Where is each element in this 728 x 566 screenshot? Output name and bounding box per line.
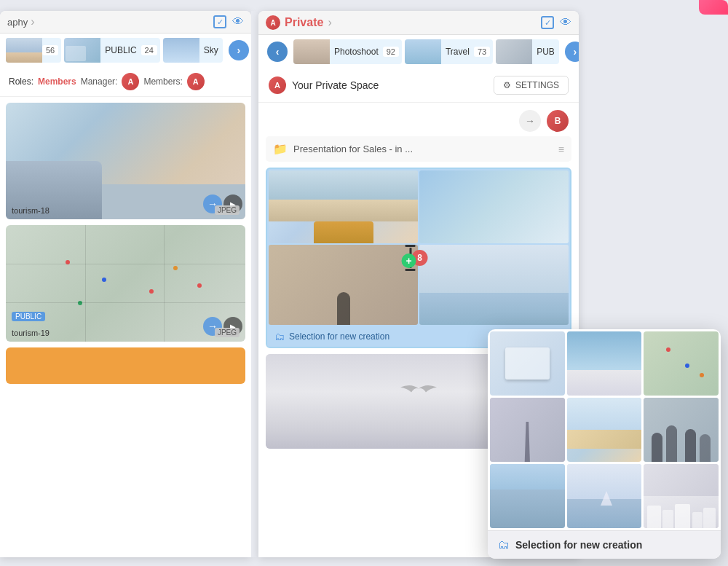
popup-cell-sailboat[interactable] [567, 464, 642, 528]
right-check-icon[interactable]: ✓ [541, 16, 554, 29]
right-breadcrumb-chevron: › [328, 16, 331, 29]
right-tab-photoshoot[interactable]: Photoshoot 92 [293, 39, 402, 64]
left-roles-bar: Roles: Members Manager: A Members: A [0, 67, 251, 97]
left-img1-badge: JPEG [215, 205, 240, 215]
left-img2-label: tourism-19 [12, 329, 50, 337]
left-tab-3-label: Sky [199, 45, 223, 55]
left-members-label: Members: [143, 76, 182, 87]
right-nav-prev[interactable]: ‹ [267, 42, 288, 62]
right-nav-next[interactable]: › [565, 42, 579, 62]
left-tab-3[interactable]: Sky [163, 38, 223, 63]
left-panel-header: aphy › ✓ 👁 [0, 11, 251, 34]
popup-cell-city-crowd[interactable] [644, 398, 719, 462]
left-eye-icon[interactable]: 👁 [232, 15, 244, 28]
right-tabs-bar: ‹ Photoshoot 92 Travel 73 PUB › [258, 35, 579, 68]
share-icon-btn[interactable]: → [519, 110, 541, 132]
left-roles-label: Roles: [9, 76, 33, 87]
left-nav-next[interactable]: › [229, 40, 249, 60]
left-image-card-2[interactable]: → ▶ tourism-19 JPEG PUBLIC [6, 225, 245, 342]
left-manager-avatar: A [122, 73, 139, 90]
left-tab-1-count: 56 [42, 45, 58, 55]
left-manager-label: Manager: [81, 76, 118, 87]
left-image-card-1[interactable]: → ▶ tourism-18 JPEG [6, 103, 245, 219]
popup-cell-sea[interactable] [490, 464, 565, 528]
right-tab-travel[interactable]: Travel 73 [405, 39, 493, 64]
collage-card[interactable]: + 8 🗂 Selection for new creation [266, 168, 571, 348]
right-tab-pub[interactable]: PUB [496, 39, 559, 64]
left-panel-icons: ✓ 👁 [213, 15, 244, 28]
left-tab-1[interactable]: 56 [6, 38, 61, 63]
settings-label: SETTINGS [515, 80, 559, 90]
left-panel: aphy › ✓ 👁 56 PUBL [0, 11, 251, 557]
collage-cell-boats [419, 245, 569, 325]
right-tab-travel-thumb [405, 39, 441, 64]
popup-image-grid [488, 329, 721, 530]
cursor-area: + [410, 248, 412, 268]
right-tab-photoshoot-label: Photoshoot [330, 47, 383, 57]
right-tab-photoshoot-count: 92 [383, 47, 399, 57]
left-img2-public-badge: PUBLIC [12, 312, 45, 321]
popup-footer-icon: 🗂 [498, 538, 510, 551]
left-tab-2-label: PUBLIC [100, 45, 141, 55]
collage-selection-label: Selection for new creation [289, 331, 389, 342]
popup-cell-eiffel[interactable] [490, 398, 565, 462]
left-tab-1-thumb [6, 38, 42, 63]
left-breadcrumb-text: aphy [7, 17, 28, 28]
popup-cell-beach-umbrella[interactable] [567, 398, 642, 462]
popup-panel: 🗂 Selection for new creation [488, 329, 721, 559]
popup-cell-map[interactable] [644, 331, 719, 396]
popup-cell-laptop[interactable] [490, 331, 565, 396]
left-check-icon[interactable]: ✓ [213, 15, 226, 28]
plus-badge: + [402, 253, 416, 268]
settings-button[interactable]: ⚙ SETTINGS [494, 76, 569, 95]
settings-gear-icon: ⚙ [503, 80, 511, 90]
left-img1-label: tourism-18 [12, 206, 50, 215]
right-panel-header: A Private › ✓ 👁 [258, 11, 579, 35]
popup-footer-text: Selection for new creation [515, 539, 642, 551]
top-decoration [699, 0, 728, 15]
presentation-text: Presentation for Sales - in ... [293, 144, 553, 154]
left-member-avatar: A [187, 73, 205, 90]
right-tab-travel-count: 73 [474, 47, 490, 57]
your-space-label: Your Private Space [292, 79, 379, 91]
presentation-list-icon: ≡ [558, 144, 564, 155]
collage-folder-icon: 🗂 [274, 331, 285, 342]
popup-cell-white-city[interactable] [644, 464, 719, 528]
right-panel-icons: ✓ 👁 [541, 16, 571, 29]
user-icon-badge: B [547, 110, 569, 132]
panel-divider [251, 11, 258, 557]
collage-cell-market [269, 245, 418, 325]
right-tab-pub-label: PUB [532, 47, 559, 57]
collage-cell-beach [269, 170, 418, 243]
your-space-bar: A Your Private Space ⚙ SETTINGS [258, 68, 579, 103]
left-breadcrumb-chevron: › [31, 15, 34, 28]
left-tab-2[interactable]: PUBLIC 24 [64, 38, 160, 63]
right-tab-travel-label: Travel [441, 47, 474, 57]
right-eye-icon[interactable]: 👁 [560, 16, 571, 29]
left-tab-2-count: 24 [141, 45, 157, 55]
right-space-avatar: A [269, 76, 286, 94]
collage-overlay: + 8 [410, 248, 428, 268]
left-images-grid: → ▶ tourism-18 JPEG → [0, 97, 251, 549]
right-header-avatar: A [266, 15, 280, 30]
right-tab-photoshoot-thumb [293, 39, 330, 64]
share-icon: → [525, 115, 535, 127]
left-tab-2-thumb [64, 38, 100, 63]
right-private-label: Private [285, 16, 323, 29]
left-orange-card[interactable] [6, 347, 245, 384]
presentation-item[interactable]: 📁 Presentation for Sales - in ... ≡ [266, 136, 571, 162]
left-tab-3-thumb [163, 38, 199, 63]
presentation-folder-icon: 📁 [273, 142, 288, 156]
left-tabs-bar: 56 PUBLIC 24 Sky › Smart ▾ [0, 34, 251, 67]
your-space-left: A Your Private Space [269, 76, 379, 94]
bird-svg [397, 382, 440, 400]
popup-cell-sea-birds[interactable] [567, 331, 642, 396]
right-tab-pub-thumb [496, 39, 532, 64]
popup-footer: 🗂 Selection for new creation [488, 530, 721, 559]
left-members-role: Members [38, 76, 76, 87]
left-img2-badge: JPEG [215, 328, 240, 337]
collage-cell-water [419, 170, 569, 243]
